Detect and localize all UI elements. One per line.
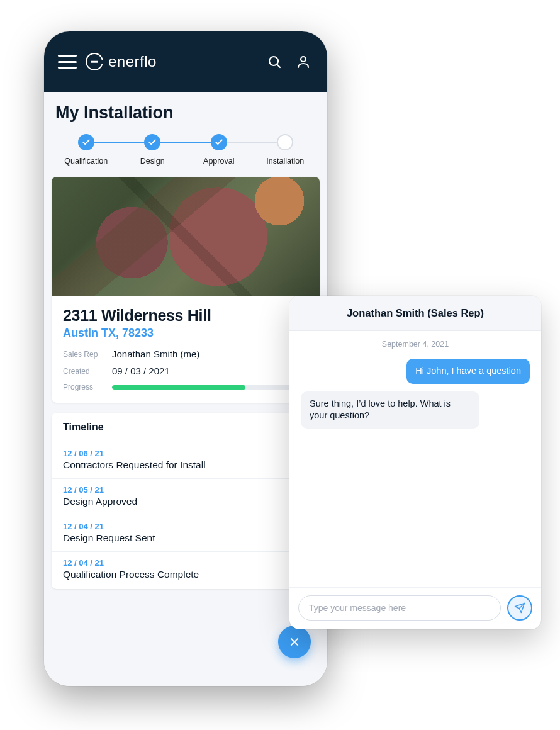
chat-message-out: Hi John, I have a question [406, 359, 530, 384]
timeline-text: Design Request Sent [63, 532, 308, 544]
profile-button[interactable] [293, 52, 313, 72]
step-label: Installation [266, 157, 304, 166]
timeline-item[interactable]: 12 / 06 / 21 Contractors Requested for I… [52, 442, 320, 479]
close-fab-button[interactable] [278, 626, 311, 658]
property-city: Austin TX, 78233 [63, 327, 308, 340]
progress-label: Progress [63, 383, 108, 391]
step-installation[interactable]: Installation [252, 134, 319, 166]
step-qualification[interactable]: Qualification [53, 134, 120, 166]
property-address: 2311 Wilderness Hill [63, 306, 308, 325]
progress-stepper: Qualification Design Approval Installati… [44, 134, 327, 177]
chat-panel: Jonathan Smith (Sales Rep) September 4, … [289, 296, 541, 629]
timeline-text: Design Approved [63, 496, 308, 507]
close-icon [288, 636, 301, 648]
chat-message-in: Sure thing, I’d love to help. What is yo… [301, 391, 479, 429]
created-label: Created [63, 367, 108, 376]
search-button[interactable] [264, 52, 284, 72]
page-title: My Installation [44, 103, 327, 134]
step-label: Approval [203, 157, 234, 166]
send-icon [514, 602, 525, 614]
pending-step-icon [277, 134, 293, 150]
chat-body: September 4, 2021 Hi John, I have a ques… [289, 331, 541, 587]
svg-point-2 [301, 57, 306, 62]
progress-bar [112, 385, 308, 390]
chat-message-input[interactable] [298, 595, 501, 620]
check-icon [78, 134, 94, 150]
property-aerial-image [52, 177, 320, 296]
check-icon [144, 134, 160, 150]
page-body: My Installation Qualification Design [44, 92, 327, 686]
user-icon [296, 54, 311, 69]
brand-logo-mark [86, 53, 103, 70]
progress-fill [112, 385, 245, 390]
timeline-text: Qualification Process Complete [63, 569, 308, 580]
menu-button[interactable] [58, 55, 77, 69]
property-card: 2311 Wilderness Hill Austin TX, 78233 Sa… [52, 177, 320, 403]
timeline-date: 12 / 05 / 21 [63, 485, 308, 495]
created-value: 09 / 03 / 2021 [112, 366, 308, 376]
timeline-date: 12 / 04 / 21 [63, 558, 308, 568]
step-label: Design [140, 157, 165, 166]
step-label: Qualification [64, 157, 108, 166]
app-header: enerflo [44, 31, 327, 92]
sales-rep-label: Sales Rep [63, 350, 108, 359]
timeline-title: Timeline [52, 413, 320, 442]
chat-input-row [289, 587, 541, 629]
svg-line-1 [277, 64, 280, 67]
brand-logo: enerflo [86, 53, 157, 70]
timeline-text: Contractors Requested for Install [63, 459, 308, 471]
chat-contact-name: Jonathan Smith (Sales Rep) [289, 296, 541, 331]
timeline-item[interactable]: 12 / 05 / 21 Design Approved [52, 479, 320, 515]
phone-frame: enerflo My Installation Qualification [44, 31, 327, 686]
chat-date: September 4, 2021 [301, 340, 530, 349]
timeline-date: 12 / 06 / 21 [63, 449, 308, 458]
timeline-item[interactable]: 12 / 04 / 21 Design Request Sent [52, 515, 320, 552]
step-approval[interactable]: Approval [186, 134, 252, 166]
sales-rep-value: Jonathan Smith (me) [112, 349, 308, 359]
send-button[interactable] [507, 595, 532, 620]
timeline-card: Timeline 12 / 06 / 21 Contractors Reques… [52, 413, 320, 589]
timeline-date: 12 / 04 / 21 [63, 522, 308, 531]
search-icon [267, 54, 282, 69]
step-design[interactable]: Design [120, 134, 186, 166]
brand-name: enerflo [108, 53, 157, 70]
timeline-item[interactable]: 12 / 04 / 21 Qualification Process Compl… [52, 552, 320, 588]
check-icon [211, 134, 227, 150]
